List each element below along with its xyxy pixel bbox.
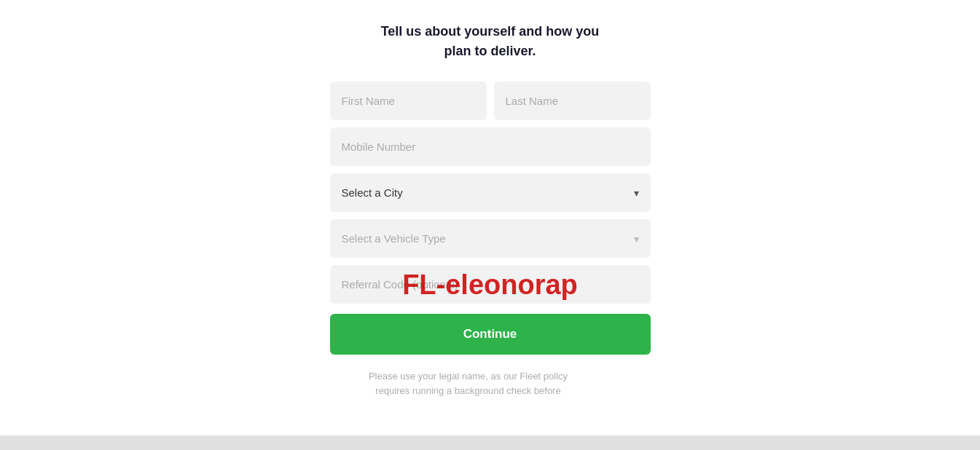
referral-wrapper: FL-eleonorap: [330, 265, 651, 304]
referral-input[interactable]: [330, 265, 651, 304]
bottom-bar: [0, 435, 980, 450]
name-row: [330, 82, 651, 120]
legal-notice: Please use your legal name, as our Fleet…: [330, 369, 607, 398]
vehicle-select[interactable]: Select a Vehicle TypeBicycleMotorcycleCa…: [330, 219, 651, 258]
signup-form: Select a CityNew YorkLos AngelesChicagoH…: [330, 82, 651, 398]
first-name-input[interactable]: [330, 82, 487, 120]
page-title: Tell us about yourself and how you plan …: [381, 22, 600, 61]
continue-button[interactable]: Continue: [330, 314, 651, 355]
city-select[interactable]: Select a CityNew YorkLos AngelesChicagoH…: [330, 173, 651, 212]
vehicle-select-wrapper: Select a Vehicle TypeBicycleMotorcycleCa…: [330, 219, 651, 258]
city-select-wrapper: Select a CityNew YorkLos AngelesChicagoH…: [330, 173, 651, 212]
last-name-input[interactable]: [494, 82, 651, 120]
mobile-input[interactable]: [330, 127, 651, 166]
